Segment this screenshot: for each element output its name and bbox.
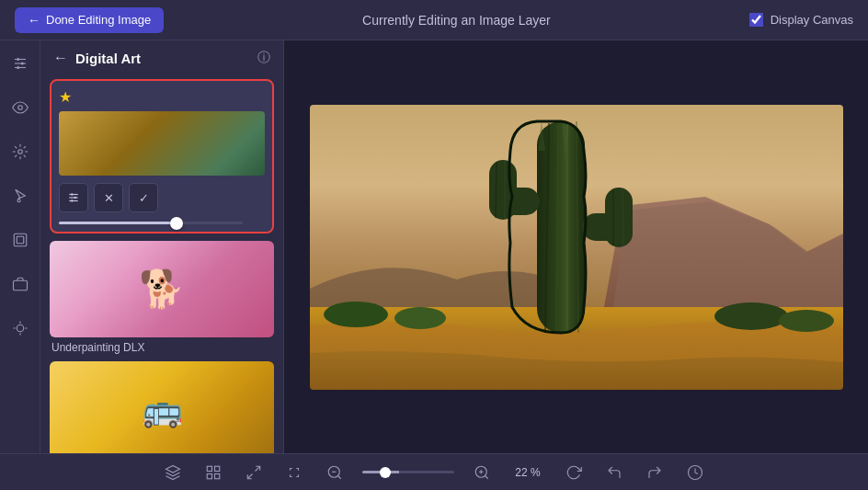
canvas-image bbox=[310, 105, 843, 390]
svg-point-22 bbox=[714, 302, 788, 330]
svg-point-7 bbox=[17, 150, 22, 154]
svg-line-45 bbox=[337, 475, 340, 478]
svg-point-16 bbox=[74, 197, 76, 199]
svg-rect-38 bbox=[207, 466, 211, 471]
filter-settings-button[interactable] bbox=[59, 183, 88, 212]
filter-label-underpainting-dlx: Underpainting DLX bbox=[50, 341, 274, 354]
back-arrow-icon: ← bbox=[28, 13, 40, 28]
svg-point-23 bbox=[779, 310, 834, 332]
canvas-area bbox=[284, 40, 868, 453]
filter-confirm-button[interactable]: ✓ bbox=[129, 183, 158, 212]
svg-rect-41 bbox=[215, 473, 220, 478]
sidebar-header-left: ← Digital Art bbox=[53, 50, 141, 66]
svg-line-42 bbox=[256, 466, 260, 471]
zoom-out-button[interactable] bbox=[322, 460, 348, 485]
left-icon-eye[interactable] bbox=[6, 94, 34, 121]
display-canvas-text: Display Canvas bbox=[771, 13, 853, 27]
filter-item-digital-art-active[interactable]: ★ ✕ ✓ bbox=[50, 79, 274, 234]
filter-list: ★ ✕ ✓ Underpainting DLX bbox=[40, 75, 283, 453]
filter-intensity-slider[interactable] bbox=[59, 222, 243, 224]
filter-item-underpainting-dlx[interactable]: Underpainting DLX bbox=[50, 241, 274, 354]
svg-rect-10 bbox=[13, 280, 27, 291]
redo-button[interactable] bbox=[642, 460, 668, 485]
svg-marker-37 bbox=[166, 465, 180, 473]
sidebar-info-button[interactable]: ⓘ bbox=[257, 50, 270, 66]
svg-point-4 bbox=[20, 63, 23, 65]
sidebar-header: ← Digital Art ⓘ bbox=[40, 40, 283, 75]
display-canvas-checkbox[interactable] bbox=[749, 13, 763, 27]
svg-rect-34 bbox=[605, 188, 633, 247]
svg-point-15 bbox=[71, 193, 73, 195]
zoom-percent-display: 22 % bbox=[509, 466, 546, 479]
filter-cancel-button[interactable]: ✕ bbox=[94, 183, 123, 212]
filter-controls: ✕ ✓ bbox=[59, 183, 265, 212]
svg-line-31 bbox=[496, 162, 497, 218]
topbar: ← Done Editing Image Currently Editing a… bbox=[0, 0, 868, 40]
svg-rect-9 bbox=[17, 236, 24, 244]
zoom-slider[interactable] bbox=[362, 471, 454, 473]
refresh-button[interactable] bbox=[561, 460, 587, 485]
history-button[interactable] bbox=[682, 460, 708, 485]
crop-button[interactable] bbox=[281, 460, 307, 485]
left-icon-layers[interactable] bbox=[6, 270, 34, 298]
sidebar-title: Digital Art bbox=[75, 51, 141, 66]
sidebar-back-button[interactable]: ← bbox=[53, 50, 68, 66]
topbar-title: Currently Editing an Image Layer bbox=[362, 13, 551, 28]
left-icon-stamp[interactable] bbox=[6, 314, 34, 342]
svg-rect-8 bbox=[14, 234, 27, 246]
zoom-in-button[interactable] bbox=[469, 460, 495, 485]
left-icon-effects[interactable] bbox=[6, 138, 34, 165]
bottom-toolbar: 22 % bbox=[0, 453, 868, 490]
svg-point-6 bbox=[17, 106, 22, 110]
svg-rect-30 bbox=[489, 160, 517, 220]
main-content: ← Digital Art ⓘ ★ ✕ ✓ bbox=[0, 40, 868, 453]
done-editing-label: Done Editing Image bbox=[46, 13, 151, 27]
svg-line-48 bbox=[485, 475, 487, 478]
svg-point-5 bbox=[17, 66, 19, 69]
left-icon-paint[interactable] bbox=[6, 182, 34, 210]
favorite-star-icon: ★ bbox=[59, 88, 265, 106]
filter-slider-container bbox=[59, 222, 265, 224]
svg-rect-40 bbox=[207, 473, 211, 478]
undo-button[interactable] bbox=[601, 460, 627, 485]
left-icon-frame[interactable] bbox=[6, 226, 34, 254]
layers-button[interactable] bbox=[160, 460, 186, 485]
svg-rect-39 bbox=[215, 466, 220, 471]
left-icon-sliders[interactable] bbox=[6, 50, 34, 77]
svg-point-20 bbox=[324, 302, 388, 327]
filter-thumb-oil-painting-dlx bbox=[50, 361, 274, 453]
left-icon-bar bbox=[0, 40, 40, 453]
svg-point-3 bbox=[17, 58, 19, 61]
svg-point-21 bbox=[394, 307, 446, 329]
svg-line-43 bbox=[247, 473, 252, 478]
filter-thumb-digital-art-active bbox=[59, 111, 265, 176]
sidebar-panel: ← Digital Art ⓘ ★ ✕ ✓ bbox=[40, 40, 284, 453]
fit-screen-button[interactable] bbox=[241, 460, 267, 485]
filter-thumb-underpainting-dlx bbox=[50, 241, 274, 337]
svg-point-11 bbox=[17, 325, 24, 332]
svg-point-17 bbox=[71, 199, 73, 201]
display-canvas-toggle[interactable]: Display Canvas bbox=[749, 13, 853, 27]
grid-button[interactable] bbox=[200, 460, 226, 485]
done-editing-button[interactable]: ← Done Editing Image bbox=[15, 7, 164, 33]
filter-item-oil-painting-dlx[interactable]: Oil Painting DLX bbox=[50, 361, 274, 453]
